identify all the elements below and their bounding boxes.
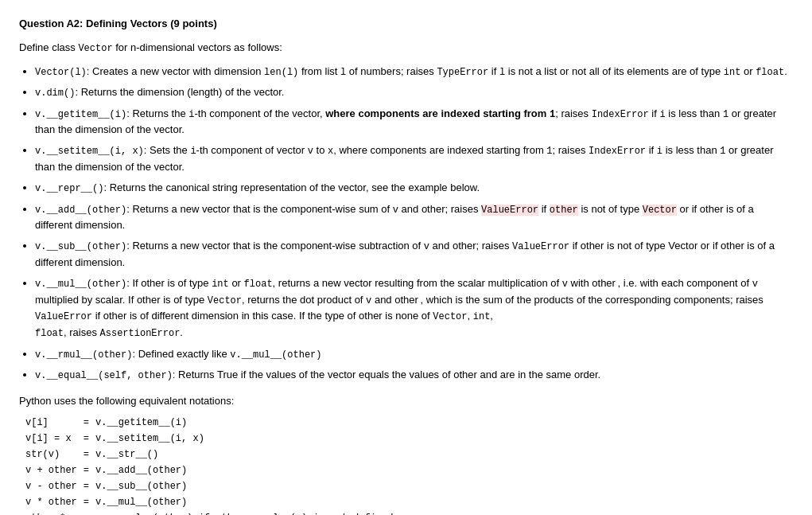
equiv-intro: Python uses the following equivalent not… — [19, 393, 793, 409]
repr-sig: v.__repr__() — [35, 183, 103, 194]
mul-sig: v.__mul__(other) — [35, 279, 126, 290]
equiv-right: v.__rmul__(other) if other.__mul__(v) is… — [92, 510, 396, 515]
one-ref4: 1 — [720, 146, 725, 157]
indexerror-ref1: IndexError — [592, 109, 649, 120]
vector-class-inline: Vector — [78, 43, 112, 54]
equiv-left: other * v — [22, 510, 80, 515]
table-row: str(v) = v.__str__() — [22, 447, 396, 462]
vector-ref-mul: Vector — [208, 295, 242, 306]
valueerror-ref3: ValueError — [35, 311, 92, 322]
list-item-repr: v.__repr__(): Returns the canonical stri… — [35, 180, 793, 197]
vector-type-highlighted: Vector — [643, 205, 677, 216]
v-ref5: v — [752, 279, 758, 290]
equiv-left: v + other — [22, 462, 80, 478]
intro-text: Define class Vector for n-dimensional ve… — [19, 40, 793, 56]
list-item-dim: v.dim(): Returns the dimension (length) … — [35, 84, 793, 101]
one-ref1: 1 — [550, 109, 555, 120]
i-ref2: i — [659, 109, 665, 120]
question-container: Question A2: Defining Vectors (9 points)… — [19, 16, 793, 515]
float-ref3: float — [35, 328, 64, 339]
setitem-sig: v.__setitem__(i, x) — [35, 146, 144, 157]
equiv-left: v - other — [22, 478, 80, 494]
list-item-constructor: Vector(l): Creates a new vector with dim… — [35, 64, 793, 80]
table-row: v[i] = x = v.__setitem__(i, x) — [22, 431, 396, 447]
equiv-eq: = — [80, 462, 92, 478]
equiv-eq: = — [80, 510, 92, 515]
equiv-eq: = — [80, 447, 92, 462]
v-ref6: v — [366, 295, 371, 306]
len-l: len(l) — [264, 67, 298, 78]
table-row: v + other = v.__add__(other) — [22, 462, 396, 478]
other-highlighted-add: other — [550, 205, 578, 216]
i-ref1: i — [188, 109, 194, 120]
one-ref3: 1 — [546, 146, 552, 157]
table-row: v * other = v.__mul__(other) — [22, 494, 396, 510]
int-ref: int — [724, 67, 741, 78]
list-item-add: v.__add__(other): Returns a new vector t… — [35, 201, 793, 234]
equiv-right: v.__mul__(other) — [92, 494, 396, 510]
list-item-sub: v.__sub__(other): Returns a new vector t… — [35, 238, 793, 271]
l-ref: l — [499, 67, 505, 78]
getitem-bold: where components are indexed starting fr… — [325, 107, 555, 119]
v-ref2: v — [393, 205, 398, 216]
typeerror-ref: TypeError — [437, 67, 488, 78]
one-ref2: 1 — [723, 109, 728, 120]
getitem-sig: v.__getitem__(i) — [35, 109, 126, 120]
equiv-right: v.__getitem__(i) — [92, 415, 396, 431]
list-item-getitem: v.__getitem__(i): Returns the i-th compo… — [35, 106, 793, 139]
equiv-right: v.__sub__(other) — [92, 478, 396, 494]
constructor-sig: Vector(l) — [35, 67, 87, 78]
list-item-mul: v.__mul__(other): If other is of type in… — [35, 275, 793, 341]
rmul-sig: v.__rmul__(other) — [35, 349, 132, 361]
equiv-left: v[i] = x — [22, 431, 80, 447]
equiv-right: v.__setitem__(i, x) — [92, 431, 396, 447]
list-item-equal: v.__equal__(self, other): Returns True i… — [35, 367, 793, 384]
i-ref3: i — [190, 146, 196, 157]
indexerror-ref2: IndexError — [589, 146, 646, 157]
valueerror-ref2: ValueError — [512, 241, 569, 252]
i-ref4: i — [657, 146, 662, 157]
table-row: v[i] = v.__getitem__(i) — [22, 415, 396, 431]
list-item-rmul: v.__rmul__(other): Defined exactly like … — [35, 346, 793, 363]
int-ref3: int — [473, 311, 491, 322]
int-ref2: int — [212, 279, 229, 290]
equiv-eq: = — [80, 415, 92, 431]
equiv-right: v.__add__(other) — [92, 462, 396, 478]
v-ref3: v — [424, 241, 429, 252]
dim-sig: v.dim() — [35, 88, 75, 99]
equiv-left: v[i] — [22, 415, 80, 431]
x-ref1: x — [328, 146, 333, 157]
equiv-left: str(v) — [22, 447, 80, 462]
v-ref4: v — [562, 279, 568, 290]
vmul-ref: v.__mul__(other) — [230, 349, 321, 361]
equiv-eq: = — [80, 494, 92, 510]
valueerror-highlighted: ValueError — [481, 205, 538, 216]
equal-sig: v.__equal__(self, other) — [35, 370, 173, 381]
table-row: v - other = v.__sub__(other) — [22, 478, 396, 494]
list-item-setitem: v.__setitem__(i, x): Sets the i-th compo… — [35, 142, 793, 175]
add-sig: v.__add__(other) — [35, 205, 126, 216]
v-ref1: v — [308, 146, 313, 157]
question-title: Question A2: Defining Vectors (9 points) — [19, 16, 793, 32]
l-param: l — [340, 67, 346, 78]
table-row: other * v = v.__rmul__(other) if other._… — [22, 510, 396, 515]
assertionerror-ref: AssertionError — [100, 328, 181, 339]
sub-sig: v.__sub__(other) — [35, 241, 126, 252]
equiv-eq: = — [80, 478, 92, 494]
float-ref: float — [756, 67, 784, 78]
equiv-right: v.__str__() — [92, 447, 396, 462]
equiv-eq: = — [80, 431, 92, 447]
equiv-left: v * other — [22, 494, 80, 510]
vector-ref2: Vector — [433, 311, 467, 322]
method-list: Vector(l): Creates a new vector with dim… — [35, 64, 793, 384]
equiv-section: Python uses the following equivalent not… — [19, 393, 793, 515]
float-ref2: float — [244, 279, 273, 290]
equiv-table: v[i] = v.__getitem__(i) v[i] = x = v.__s… — [22, 415, 396, 515]
